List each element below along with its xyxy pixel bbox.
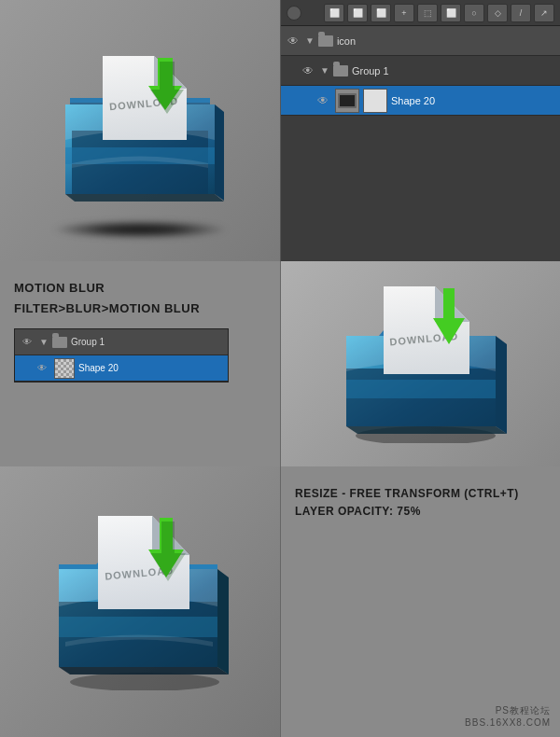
- eye-icon-3[interactable]: 👁: [315, 92, 331, 109]
- folder-icon-3: DOWNLOAD: [42, 508, 238, 695]
- small-thumb-checker: [54, 358, 75, 379]
- small-layer-name-shape20: Shape 20: [78, 363, 224, 373]
- layer-name-icon: icon: [337, 35, 556, 47]
- folder-icon-layer-2: [333, 65, 348, 76]
- folder-icon-2: DOWNLOAD: [328, 275, 514, 452]
- small-eye-2[interactable]: 👁: [34, 360, 50, 377]
- svg-rect-5: [346, 380, 496, 398]
- layers-panel: ⬜ ⬜ ⬜ + ⬚ ⬜ ○ ◇ / ↗ 👁 ▼ icon 👁 ▼: [281, 0, 560, 261]
- layer-row-icon[interactable]: 👁 ▼ icon: [281, 26, 560, 56]
- small-folder-1: [52, 337, 67, 348]
- tool-btn-7[interactable]: ○: [464, 4, 484, 22]
- resize-label-2: LAYER OPACITY: 75%: [295, 503, 546, 521]
- eye-icon-2[interactable]: 👁: [300, 63, 316, 79]
- folder-svg-2: DOWNLOAD: [328, 275, 514, 443]
- watermark-1: PS教程论坛: [465, 704, 551, 717]
- svg-point-8: [70, 673, 219, 690]
- tool-btn-10[interactable]: ↗: [534, 4, 554, 22]
- watermark-2: BBS.16XX8.COM: [465, 717, 551, 728]
- tool-btn-8[interactable]: ◇: [487, 4, 508, 22]
- tool-btn-5[interactable]: ⬚: [417, 4, 438, 22]
- watermark-area: PS教程论坛 BBS.16XX8.COM: [465, 704, 551, 728]
- folder-icon-layer-1: [318, 35, 333, 47]
- top-right-panel: ⬜ ⬜ ⬜ + ⬚ ⬜ ○ ◇ / ↗ 👁 ▼ icon 👁 ▼: [280, 0, 560, 261]
- small-layer-row-group1[interactable]: 👁 ▼ Group 1: [15, 329, 228, 355]
- layers-panel-small: 👁 ▼ Group 1 👁 Shape 20: [14, 328, 229, 382]
- layer-name-shape20: Shape 20: [391, 95, 556, 106]
- motion-blur-effect: [51, 220, 229, 239]
- circle-tool[interactable]: [287, 6, 301, 21]
- tool-btn-3[interactable]: ⬜: [371, 4, 391, 22]
- small-layer-name-group1: Group 1: [71, 337, 224, 347]
- tool-btn-6[interactable]: ⬜: [441, 4, 461, 22]
- folder-svg-3: DOWNLOAD: [42, 508, 238, 690]
- main-layout: DOWNLOAD ⬜ ⬜ ⬜: [0, 0, 560, 737]
- small-eye-1[interactable]: 👁: [19, 334, 35, 351]
- layers-toolbar: ⬜ ⬜ ⬜ + ⬚ ⬜ ○ ◇ / ↗: [281, 0, 560, 26]
- expand-icon-1[interactable]: ▼: [305, 35, 315, 46]
- filter-path-label: FILTER>BLUR>MOTION BLUR: [14, 300, 266, 317]
- tool-btn-9[interactable]: /: [511, 4, 531, 22]
- svg-rect-9: [59, 617, 217, 637]
- expand-icon-2[interactable]: ▼: [320, 65, 329, 76]
- tool-btn-1[interactable]: ⬜: [324, 4, 344, 22]
- mid-right-panel: DOWNLOAD: [280, 261, 560, 466]
- eye-icon-1[interactable]: 👁: [285, 33, 301, 49]
- layer-name-group1: Group 1: [352, 65, 556, 76]
- mid-left-panel: MOTION BLUR FILTER>BLUR>MOTION BLUR 👁 ▼ …: [0, 261, 280, 466]
- motion-blur-label: MOTION BLUR: [14, 280, 266, 297]
- layer-mask-shape20: [363, 89, 387, 113]
- resize-label-1: RESIZE - FREE TRANSFORM (CTRL+T): [295, 485, 546, 503]
- tool-btn-4[interactable]: +: [394, 4, 414, 22]
- layer-row-group1[interactable]: 👁 ▼ Group 1: [281, 56, 560, 86]
- bottom-right-panel: RESIZE - FREE TRANSFORM (CTRL+T) LAYER O…: [280, 466, 560, 737]
- folder-svg-1: DOWNLOAD: [51, 47, 229, 210]
- layer-thumbnail-shape20: [335, 89, 359, 113]
- small-layer-row-shape20[interactable]: 👁 Shape 20: [15, 355, 228, 382]
- bottom-left-panel: DOWNLOAD: [0, 466, 280, 737]
- folder-icon-1: DOWNLOAD: [51, 47, 229, 215]
- layer-row-shape20[interactable]: 👁 Shape 20: [281, 86, 560, 116]
- monitor-icon: [338, 93, 357, 108]
- small-expand-1[interactable]: ▼: [39, 337, 49, 347]
- top-left-panel: DOWNLOAD: [0, 0, 280, 261]
- tool-btn-2[interactable]: ⬜: [347, 4, 368, 22]
